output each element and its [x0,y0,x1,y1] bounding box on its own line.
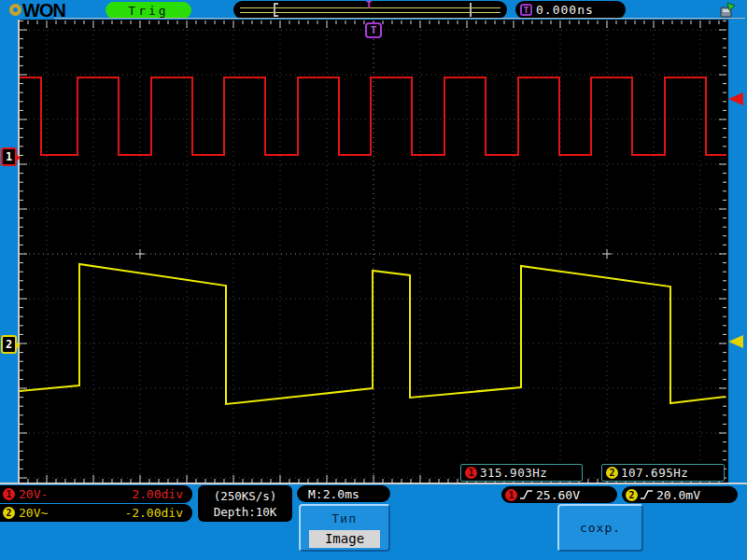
trigger-time-value: 0.000ns [536,3,594,17]
ch1-info-box: 1 20V- 2.00div [0,485,192,503]
ch1-trace [20,77,726,155]
rising-edge-icon [641,489,653,500]
trigger-status-badge: Trig [106,2,191,19]
ch1-trigger-level-readout: 1 25.60V [501,486,617,503]
sample-rate: (250KS/s) [214,488,277,504]
record-depth: Depth:10K [214,504,277,520]
ch1-frequency-value: 315.903Hz [480,466,547,480]
ch2-position-marker: 2 [1,335,17,354]
oscilloscope-screen: WON Trig T T 0.000ns T 1 315.903Hz 2 107… [0,0,747,560]
timebase-value: M:2.0ms [308,487,359,501]
trigger-status-label: Trig [128,4,168,18]
display-bottom-divider [0,483,747,484]
ch1-trigger-level-arrow [728,92,743,105]
ch1-trigger-level-value: 25.60V [536,488,580,502]
logo-o-ring-icon [9,4,21,16]
waveform-display: T 1 315.903Hz 2 107.695Hz [18,20,728,483]
trigger-position-badge: T [365,22,382,38]
header-divider-line [54,18,745,19]
acquisition-info-box: (250KS/s) Depth:10K [198,485,292,522]
ch2-trigger-level-readout: 2 20.0mV [622,486,738,503]
ch2-trigger-level-value: 20.0mV [656,488,700,502]
type-menu-label: Тип [301,511,388,525]
owon-logo: WON [9,0,65,20]
save-media-icon [720,2,737,18]
record-window-right-mark [470,3,472,17]
ch2-position-value: -2.00div [124,506,183,520]
type-menu-button[interactable]: Тип Image [299,504,390,552]
ch1-badge: 1 [465,467,477,479]
ch2-scale-coupling: 20V~ [19,506,48,520]
ch1-badge: 1 [505,489,517,501]
ch2-trace [20,264,726,404]
record-position-bar: T [233,1,507,19]
ch1-badge: 1 [3,488,15,500]
ch1-position-marker: 1 [1,147,17,166]
ch2-badge: 2 [626,489,638,501]
save-button-label: сохр. [580,521,621,535]
ch1-frequency-readout: 1 315.903Hz [460,464,583,482]
type-menu-selected-value[interactable]: Image [309,530,380,548]
logo-text: WON [22,1,65,20]
ch2-badge: 2 [606,467,618,479]
rising-edge-icon [520,489,532,500]
record-trigger-marker-icon: T [364,1,374,10]
ch2-info-box: 2 20V~ -2.00div [0,504,192,522]
ch1-scale-coupling: 20V- [19,487,48,501]
timebase-readout: M:2.0ms [297,485,390,502]
record-window-left-bracket [274,3,275,17]
trigger-t-icon: T [520,4,532,16]
save-button[interactable]: сохр. [557,504,643,552]
ch2-trigger-level-arrow [728,335,743,348]
waveform-grid-svg [20,20,726,483]
ch1-position-value: 2.00div [132,487,183,501]
ch2-frequency-value: 107.695Hz [621,466,688,480]
ch2-badge: 2 [3,507,15,519]
trigger-time-readout: T 0.000ns [515,1,626,19]
ch2-frequency-readout: 2 107.695Hz [601,464,725,482]
